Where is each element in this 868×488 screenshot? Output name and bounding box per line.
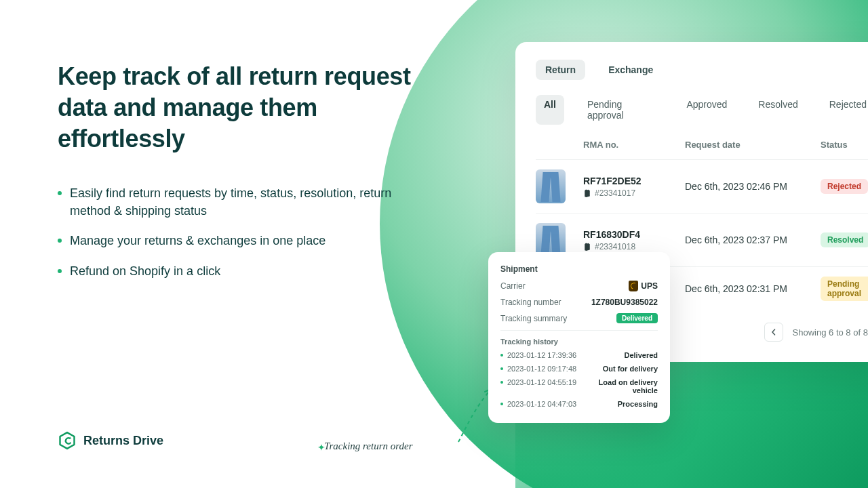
- bullet-text: Refund on Shopify in a click: [70, 262, 220, 280]
- bullet-dot-icon: [500, 403, 503, 405]
- hero-title: Keep track of all return request data an…: [58, 61, 424, 155]
- history-timestamp: 2023-01-12 09:17:48: [507, 365, 576, 373]
- shopify-icon: [583, 189, 591, 197]
- order-number: #23341018: [595, 242, 635, 251]
- filter-approved[interactable]: Approved: [678, 95, 735, 125]
- bullet-dot-icon: [58, 269, 62, 273]
- tab-return[interactable]: Return: [536, 60, 585, 80]
- status-badge: Pending approval: [821, 277, 868, 301]
- bullet-dot-icon: [58, 239, 62, 243]
- carrier-label: Carrier: [500, 281, 526, 291]
- status-badge: Resolved: [821, 232, 868, 247]
- th-spacer: [536, 140, 583, 150]
- hero-bullets: Easily find return requests by time, sta…: [58, 184, 424, 279]
- hero: Keep track of all return request data an…: [58, 61, 424, 292]
- chevron-left-icon: [770, 329, 777, 336]
- returns-drive-logo-icon: [58, 431, 77, 450]
- history-status: Out for delivery: [603, 365, 658, 373]
- request-date: Dec 6th, 2023 02:37 PM: [685, 235, 821, 245]
- status-badge: Rejected: [821, 179, 868, 194]
- filter-pending[interactable]: Pending approval: [579, 95, 664, 125]
- bullet-dot-icon: [500, 367, 503, 370]
- shopify-icon: [583, 243, 591, 251]
- tab-exchange[interactable]: Exchange: [599, 60, 663, 80]
- tracking-summary-label: Tracking summary: [500, 314, 567, 323]
- top-tabs: Return Exchange: [536, 60, 868, 80]
- carrier-name: UPS: [641, 281, 658, 291]
- history-status: Load on delivery vehicle: [583, 378, 658, 394]
- order-ref: #23341018: [583, 242, 685, 251]
- filter-resolved[interactable]: Resolved: [750, 95, 806, 125]
- history-item: 2023-01-12 09:17:48 Out for delivery: [500, 365, 658, 373]
- history-item: 2023-01-12 17:39:36 Delivered: [500, 351, 658, 359]
- history-timestamp: 2023-01-12 17:39:36: [507, 351, 576, 359]
- tracking-number-value: 1Z780BU9385022: [591, 298, 658, 307]
- brand: Returns Drive: [58, 431, 163, 450]
- rma-id: RF16830DF4: [583, 229, 685, 240]
- bullet-item: Easily find return requests by time, sta…: [58, 184, 424, 220]
- bullet-dot-icon: [500, 381, 503, 384]
- th-rma: RMA no.: [583, 140, 685, 150]
- divider: [500, 330, 658, 331]
- delivered-badge: Delivered: [616, 313, 658, 323]
- history-status: Delivered: [624, 351, 658, 359]
- th-date: Request date: [685, 140, 821, 150]
- history-timestamp: 2023-01-12 04:55:19: [507, 378, 576, 386]
- table-header: RMA no. Request date Status: [536, 140, 868, 150]
- bullet-dot-icon: [58, 191, 62, 195]
- tracking-history-title: Tracking history: [500, 338, 658, 346]
- pager-label: Showing 6 to 8 of 8 c: [793, 327, 868, 338]
- callout-label: Tracking return order: [324, 441, 413, 452]
- request-date: Dec 6th, 2023 02:46 PM: [685, 181, 821, 192]
- shipment-title: Shipment: [500, 264, 658, 274]
- bullet-item: Refund on Shopify in a click: [58, 262, 424, 280]
- bullet-item: Manage your returns & exchanges in one p…: [58, 232, 424, 249]
- history-timestamp: 2023-01-12 04:47:03: [507, 400, 576, 408]
- history-status: Processing: [618, 400, 658, 408]
- pager-prev-button[interactable]: [764, 323, 783, 342]
- ups-logo-icon: [629, 281, 638, 291]
- filter-all[interactable]: All: [536, 95, 564, 125]
- table-row[interactable]: RF71F2DE52 #23341017 Dec 6th, 2023 02:46…: [536, 159, 868, 213]
- request-date: Dec 6th, 2023 02:31 PM: [685, 283, 821, 294]
- history-item: 2023-01-12 04:55:19 Load on delivery veh…: [500, 378, 658, 394]
- bullet-text: Manage your returns & exchanges in one p…: [70, 232, 326, 249]
- tracking-number-label: Tracking number: [500, 298, 561, 307]
- order-ref: #23341017: [583, 188, 685, 198]
- filter-rejected[interactable]: Rejected: [821, 95, 868, 125]
- bullet-dot-icon: [500, 354, 503, 357]
- order-number: #23341017: [595, 188, 635, 198]
- product-thumbnail: [536, 169, 566, 203]
- brand-name: Returns Drive: [83, 434, 163, 448]
- history-item: 2023-01-12 04:47:03 Processing: [500, 400, 658, 408]
- shipment-card: Shipment Carrier UPS Tracking number 1Z7…: [488, 252, 670, 423]
- bullet-text: Easily find return requests by time, sta…: [70, 184, 424, 220]
- th-status: Status: [821, 140, 868, 150]
- filter-tabs: All Pending approval Approved Resolved R…: [536, 95, 868, 125]
- carrier-value: UPS: [629, 281, 658, 291]
- rma-id: RF71F2DE52: [583, 176, 685, 186]
